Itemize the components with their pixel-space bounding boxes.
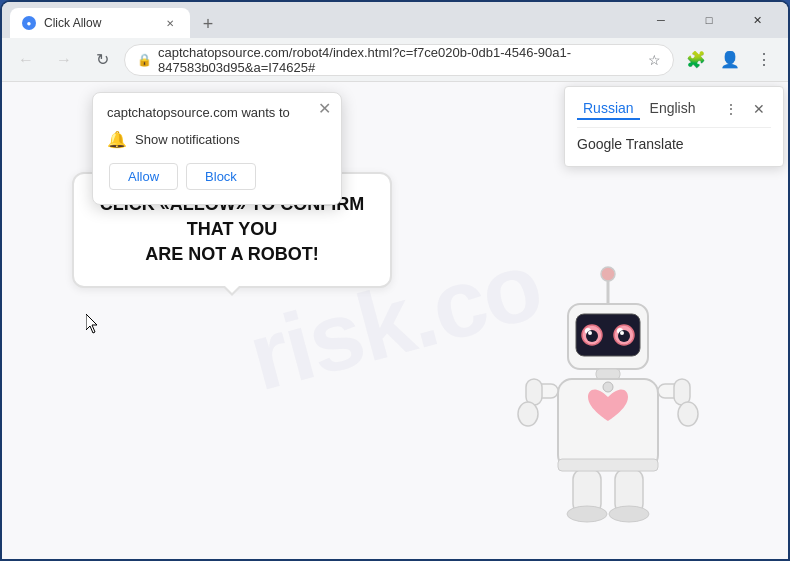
translate-service: Google Translate (577, 134, 771, 154)
page-content: risk.co ✕ captchatopsource.com wants to … (2, 82, 788, 559)
tab-close-button[interactable]: ✕ (162, 15, 178, 31)
refresh-button[interactable]: ↻ (86, 44, 118, 76)
back-button[interactable]: ← (10, 44, 42, 76)
window-controls: ─ □ ✕ (638, 5, 780, 35)
svg-point-10 (588, 331, 592, 335)
popup-actions: Allow Block (107, 163, 327, 190)
svg-point-17 (518, 402, 538, 426)
svg-point-9 (618, 330, 630, 342)
extension-button[interactable]: 🧩 (680, 44, 712, 76)
robot-svg (508, 259, 708, 539)
title-bar: ● Click Allow ✕ + ─ □ ✕ (2, 2, 788, 38)
toolbar: ← → ↻ 🔒 captchatopsource.com/robot4/inde… (2, 38, 788, 82)
popup-item-text: Show notifications (135, 132, 240, 147)
url-text: captchatopsource.com/robot4/index.html?c… (158, 45, 642, 75)
profile-button[interactable]: 👤 (714, 44, 746, 76)
svg-point-14 (603, 382, 613, 392)
translate-header: Russian English ⋮ ✕ (577, 97, 771, 121)
popup-item: 🔔 Show notifications (107, 130, 327, 149)
translate-header-right: ⋮ ✕ (719, 97, 771, 121)
lock-icon: 🔒 (137, 53, 152, 67)
menu-button[interactable]: ⋮ (748, 44, 780, 76)
translate-panel: Russian English ⋮ ✕ Google Translate (564, 86, 784, 167)
popup-title: captchatopsource.com wants to (107, 105, 327, 120)
translate-menu-button[interactable]: ⋮ (719, 97, 743, 121)
svg-point-11 (620, 331, 624, 335)
tab-title: Click Allow (44, 16, 101, 30)
bell-icon: 🔔 (107, 130, 127, 149)
tab-russian[interactable]: Russian (577, 98, 640, 120)
popup-close-button[interactable]: ✕ (318, 101, 331, 117)
svg-rect-12 (596, 369, 620, 379)
svg-point-23 (567, 506, 607, 522)
svg-point-20 (678, 402, 698, 426)
bubble-line2: ARE NOT A ROBOT! (145, 244, 319, 264)
robot-illustration (508, 259, 708, 539)
browser-window: ● Click Allow ✕ + ─ □ ✕ ← → ↻ 🔒 captchat… (2, 2, 788, 559)
svg-point-1 (601, 267, 615, 281)
translate-divider (577, 127, 771, 128)
allow-button[interactable]: Allow (109, 163, 178, 190)
svg-rect-16 (526, 379, 542, 405)
notification-popup: ✕ captchatopsource.com wants to 🔔 Show n… (92, 92, 342, 205)
new-tab-button[interactable]: + (194, 10, 222, 38)
maximize-button[interactable]: □ (686, 5, 732, 35)
svg-rect-25 (558, 459, 658, 471)
active-tab[interactable]: ● Click Allow ✕ (10, 8, 190, 38)
minimize-button[interactable]: ─ (638, 5, 684, 35)
svg-point-8 (586, 330, 598, 342)
svg-rect-19 (674, 379, 690, 405)
svg-point-24 (609, 506, 649, 522)
forward-button[interactable]: → (48, 44, 80, 76)
tab-favicon: ● (22, 16, 36, 30)
translate-close-button[interactable]: ✕ (747, 97, 771, 121)
tab-strip: ● Click Allow ✕ + (10, 2, 630, 38)
address-bar[interactable]: 🔒 captchatopsource.com/robot4/index.html… (124, 44, 674, 76)
toolbar-right: 🧩 👤 ⋮ (680, 44, 780, 76)
bookmark-icon[interactable]: ☆ (648, 52, 661, 68)
close-button[interactable]: ✕ (734, 5, 780, 35)
tab-english[interactable]: English (644, 98, 702, 120)
block-button[interactable]: Block (186, 163, 256, 190)
